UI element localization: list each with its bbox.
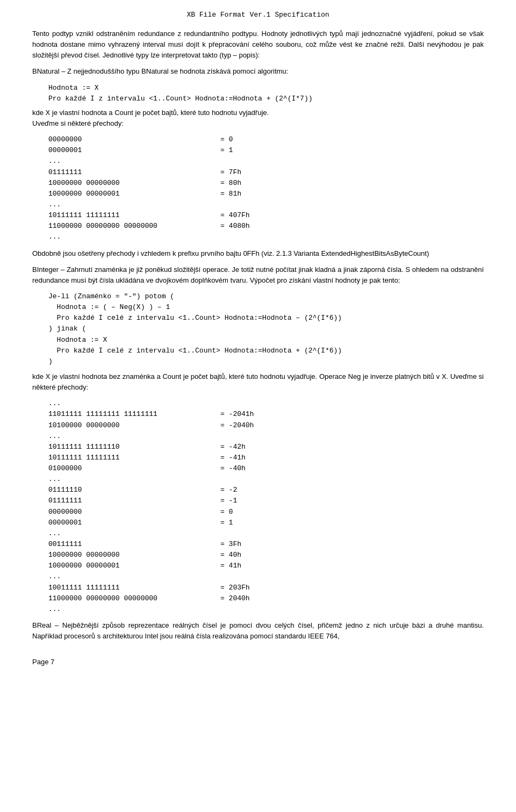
table-row: 01111110 = -2 [48, 485, 484, 495]
table-row: 10000000 00000001 = 41h [48, 561, 484, 571]
bnatural-code: Hodnota := X Pro každé I z intervalu <1.… [48, 83, 484, 104]
table-row: 10100000 00000000 = -2040h [48, 420, 484, 431]
table-row: ... [48, 232, 484, 242]
table-row: ... [48, 474, 484, 485]
table-row: 01111111 = 7Fh [48, 167, 484, 178]
table-row: 10000000 00000001 = 81h [48, 189, 484, 199]
table-row: 10000000 00000000 = 40h [48, 550, 484, 561]
table-row: ... [48, 528, 484, 539]
table2: ... 11011111 11111111 11111111 = -2041h … [48, 398, 484, 615]
binteger-label: BInteger – Zahrnutí znaménka je již poně… [32, 264, 484, 286]
page-title: XB File Format Ver.1 Specification [187, 11, 329, 19]
bnatural-label: BNatural – Z nejjednoduššího typu BNatur… [32, 66, 484, 77]
table-row: 00000000 = 0 [48, 134, 484, 145]
bnatural-section: BNatural – Z nejjednoduššího typu BNatur… [32, 66, 484, 242]
binteger-section: BInteger – Zahrnutí znaménka je již poně… [32, 264, 484, 615]
paragraph-1: Tento podtyp vznikl odstraněním redundan… [32, 28, 484, 61]
table-row: 01111111 = -1 [48, 495, 484, 506]
paragraph-5: kde X je vlastní hodnota bez znaménka a … [32, 371, 484, 393]
table-row: ... [48, 431, 484, 442]
table-row: 00000001 = 1 [48, 145, 484, 156]
table-row: 00000000 = 0 [48, 507, 484, 518]
table-row: 10111111 11111111 = -41h [48, 452, 484, 463]
table1: 00000000 = 0 00000001 = 1 ... 01111111 =… [48, 134, 484, 242]
table-row: 10111111 11111110 = -42h [48, 442, 484, 452]
table-row: 10111111 11111111 = 407Fh [48, 210, 484, 221]
table-row: ... [48, 156, 484, 167]
table-row: 11000000 00000000 00000000= 4080h [48, 221, 484, 232]
paragraph-3: Obdobně jsou ošetřeny přechody i vzhlede… [32, 248, 484, 259]
table-row: 11000000 00000000 00000000 = 2040h [48, 593, 484, 604]
table-row: ... [48, 398, 484, 409]
table-row: ... [48, 199, 484, 210]
table-row: 01000000 = -40h [48, 463, 484, 474]
bnatural-text2: kde X je vlastní hodnota a Count je poče… [32, 107, 484, 129]
table-row: 10011111 11111111 = 203Fh [48, 583, 484, 593]
breal-text: BReal – Nejběžnější způsob reprezentace … [32, 620, 484, 642]
table-row: 10000000 00000000 = 80h [48, 178, 484, 189]
table-row: ... [48, 604, 484, 615]
table-row: ... [48, 571, 484, 582]
page-header: XB File Format Ver.1 Specification [32, 11, 484, 19]
binteger-code: Je-li (Znaménko = "-") potom ( Hodnota :… [48, 291, 484, 367]
table-row: 11011111 11111111 11111111 = -2041h [48, 409, 484, 420]
table-row: 00111111 = 3Fh [48, 539, 484, 550]
breal-section: BReal – Nejběžnější způsob reprezentace … [32, 620, 484, 642]
page-footer: Page 7 [32, 658, 484, 666]
table-row: 00000001 = 1 [48, 518, 484, 528]
